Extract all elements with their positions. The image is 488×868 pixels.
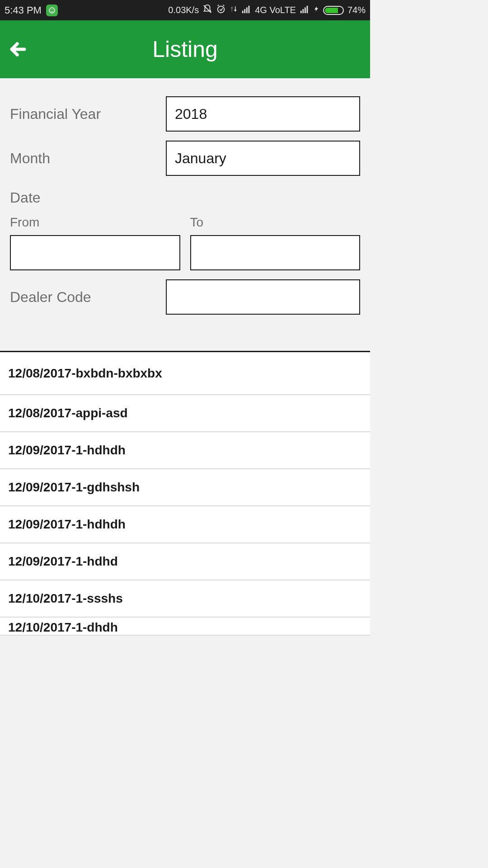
- dealer-code-input[interactable]: [166, 279, 360, 315]
- alarm-icon: [216, 4, 226, 16]
- signal-1-icon: [241, 4, 251, 16]
- battery-pct: 74%: [347, 5, 366, 15]
- date-label: Date: [10, 189, 360, 206]
- from-label: From: [10, 215, 180, 230]
- status-time: 5:43 PM: [5, 5, 42, 16]
- list-item[interactable]: 12/09/2017-1-hdhdh: [0, 432, 370, 469]
- svg-rect-12: [307, 6, 308, 14]
- svg-rect-11: [305, 7, 306, 13]
- list-item[interactable]: 12/08/2017-bxbdn-bxbxbx: [0, 352, 370, 395]
- back-button[interactable]: [0, 20, 36, 78]
- svg-point-0: [49, 8, 55, 13]
- svg-rect-6: [244, 9, 246, 13]
- app-badge-icon: [46, 5, 58, 16]
- results-list: 12/08/2017-bxbdn-bxbxbx 12/08/2017-appi-…: [0, 352, 370, 636]
- list-item[interactable]: 12/08/2017-appi-asd: [0, 395, 370, 432]
- app-bar: Listing: [0, 20, 370, 78]
- battery-icon: [323, 6, 344, 15]
- charging-icon: [313, 4, 319, 16]
- list-item[interactable]: 12/10/2017-1-dhdh: [0, 618, 370, 636]
- svg-point-4: [218, 6, 225, 13]
- svg-rect-5: [242, 11, 244, 13]
- dnd-icon: [202, 4, 212, 16]
- data-speed: 0.03K/s: [168, 5, 199, 15]
- list-item[interactable]: 12/09/2017-1-hdhd: [0, 543, 370, 580]
- svg-point-1: [51, 9, 52, 10]
- financial-year-select[interactable]: 2018: [166, 96, 360, 132]
- month-select[interactable]: January: [166, 141, 360, 176]
- list-item[interactable]: 12/09/2017-1-hdhdh: [0, 506, 370, 543]
- date-from-input[interactable]: [10, 235, 180, 270]
- data-arrows-icon: [230, 4, 238, 16]
- filter-form: Financial Year 2018 Month January Date F…: [0, 78, 370, 351]
- month-label: Month: [10, 150, 166, 167]
- network-label: 4G VoLTE: [255, 5, 296, 15]
- page-title: Listing: [0, 36, 370, 62]
- list-item[interactable]: 12/10/2017-1-ssshs: [0, 580, 370, 618]
- svg-rect-8: [249, 6, 250, 14]
- date-to-input[interactable]: [190, 235, 361, 270]
- svg-point-2: [52, 9, 53, 10]
- svg-rect-10: [302, 9, 304, 13]
- status-bar: 5:43 PM 0.03K/s 4G VoLTE 74%: [0, 0, 370, 20]
- dealer-code-label: Dealer Code: [10, 289, 166, 306]
- svg-rect-9: [300, 11, 302, 13]
- financial-year-label: Financial Year: [10, 106, 166, 123]
- svg-rect-7: [246, 7, 248, 13]
- list-item[interactable]: 12/09/2017-1-gdhshsh: [0, 469, 370, 506]
- to-label: To: [190, 215, 361, 230]
- signal-2-icon: [300, 4, 310, 16]
